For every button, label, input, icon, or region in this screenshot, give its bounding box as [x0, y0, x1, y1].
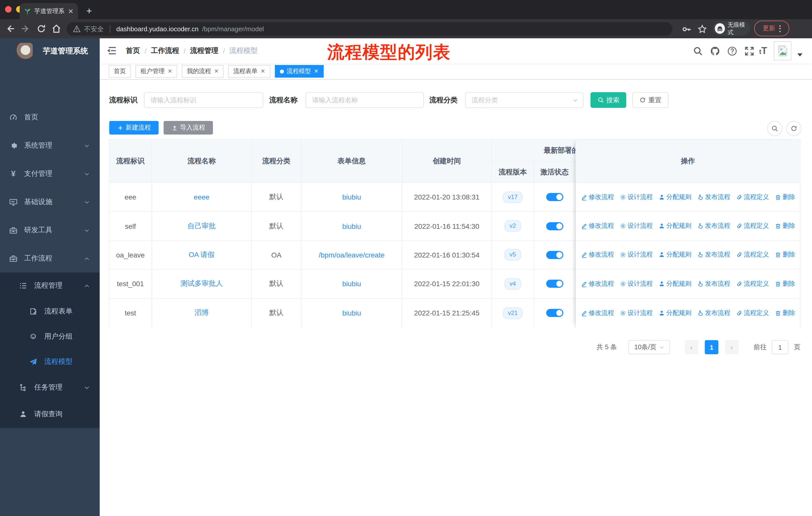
form-link[interactable]: biubiu [342, 280, 361, 288]
process-name-link[interactable]: 自己审批 [187, 221, 216, 230]
sidebar-item-home[interactable]: 首页 [0, 103, 100, 132]
new-tab-button[interactable]: + [83, 4, 96, 18]
process-name-link[interactable]: 测试多审批人 [180, 279, 223, 289]
publish-process-link[interactable]: 发布流程 [697, 251, 730, 259]
close-window-button[interactable] [5, 6, 11, 12]
edit-process-link[interactable]: 修改流程 [581, 193, 614, 201]
help-icon[interactable] [727, 46, 737, 56]
forward-icon[interactable] [21, 24, 31, 34]
active-toggle[interactable] [546, 251, 563, 259]
sidebar-item-process-management[interactable]: 流程管理 [0, 273, 100, 299]
sidebar-logo[interactable]: 芋道管理系统 [0, 38, 100, 63]
process-name-link[interactable]: OA 请假 [189, 250, 215, 260]
process-key-input[interactable] [144, 92, 263, 108]
tag-process-model[interactable]: 流程模型✕ [274, 65, 323, 78]
back-icon[interactable] [5, 24, 15, 34]
sidebar-item-system[interactable]: 系统管理 [0, 132, 100, 160]
tag-my-process[interactable]: 我的流程✕ [182, 65, 224, 78]
key-icon[interactable] [682, 24, 692, 34]
active-toggle[interactable] [546, 280, 563, 288]
publish-process-link[interactable]: 发布流程 [697, 280, 730, 288]
delete-process-link[interactable]: 删除 [775, 251, 795, 259]
delete-process-link[interactable]: 删除 [775, 193, 795, 201]
tag-home[interactable]: 首页 [109, 65, 131, 78]
form-link[interactable]: biubiu [342, 222, 361, 230]
create-process-button[interactable]: 新建流程 [109, 121, 158, 135]
assign-rule-link[interactable]: 分配规则 [658, 222, 691, 230]
breadcrumb-home[interactable]: 首页 [126, 46, 140, 55]
design-process-link[interactable]: 设计流程 [619, 280, 653, 288]
active-toggle[interactable] [546, 309, 563, 317]
fullscreen-icon[interactable] [745, 46, 754, 56]
design-process-link[interactable]: 设计流程 [619, 193, 653, 201]
breadcrumb-workflow[interactable]: 工作流程 [151, 46, 179, 55]
process-name-input[interactable] [306, 92, 424, 108]
assign-rule-link[interactable]: 分配规则 [658, 309, 691, 318]
avatar[interactable] [774, 41, 791, 60]
process-category-select[interactable]: 流程分类 [465, 92, 583, 108]
close-icon[interactable]: ✕ [214, 68, 219, 75]
tab-close-icon[interactable]: ✕ [68, 8, 74, 15]
close-icon[interactable]: ✕ [168, 68, 172, 75]
sidebar-item-task-management[interactable]: 任务管理 [0, 374, 100, 401]
browser-update-button[interactable]: 更新 [754, 21, 789, 36]
publish-process-link[interactable]: 发布流程 [697, 309, 730, 318]
edit-process-link[interactable]: 修改流程 [581, 251, 614, 259]
sidebar-item-process-form[interactable]: 流程表单 [0, 299, 100, 324]
assign-rule-link[interactable]: 分配规则 [658, 193, 691, 201]
edit-process-link[interactable]: 修改流程 [581, 280, 614, 288]
edit-process-link[interactable]: 修改流程 [581, 222, 614, 230]
process-definition-link[interactable]: 流程定义 [736, 309, 769, 318]
process-name-link[interactable]: eeee [194, 193, 209, 201]
sidebar-item-user-group[interactable]: 用户分组 [0, 324, 100, 349]
sidebar-item-process-model[interactable]: 流程模型 [0, 349, 100, 374]
active-toggle[interactable] [546, 222, 563, 230]
publish-process-link[interactable]: 发布流程 [697, 193, 730, 201]
delete-process-link[interactable]: 删除 [775, 309, 795, 318]
search-button[interactable]: 搜索 [590, 92, 626, 108]
sidebar-item-leave-query[interactable]: 请假查询 [0, 401, 100, 428]
goto-page-input[interactable] [772, 340, 788, 354]
reload-icon[interactable] [36, 24, 46, 34]
sidebar-item-devtools[interactable]: 研发工具 [0, 216, 100, 244]
delete-process-link[interactable]: 删除 [775, 222, 795, 230]
sidebar-item-infra[interactable]: 基础设施 [0, 188, 100, 216]
browser-tab[interactable]: 芋道管理系统 ✕ [20, 3, 78, 19]
next-page-button[interactable]: › [725, 340, 738, 354]
form-link[interactable]: biubiu [342, 309, 361, 317]
page-size-select[interactable]: 10条/页 [628, 340, 670, 354]
close-icon[interactable]: ✕ [261, 68, 265, 75]
breadcrumb-process-management[interactable]: 流程管理 [190, 46, 219, 55]
tag-tenant[interactable]: 租户管理✕ [136, 65, 177, 78]
process-definition-link[interactable]: 流程定义 [736, 280, 769, 288]
design-process-link[interactable]: 设计流程 [619, 251, 653, 259]
collapse-sidebar-icon[interactable] [107, 46, 116, 55]
delete-process-link[interactable]: 删除 [775, 280, 795, 288]
process-definition-link[interactable]: 流程定义 [736, 251, 769, 259]
url-bar[interactable]: 不安全 dashboard.yudao.iocoder.cn/bpm/manag… [66, 22, 672, 36]
browser-menu-icon[interactable] [779, 25, 781, 32]
assign-rule-link[interactable]: 分配规则 [658, 251, 691, 259]
font-size-icon[interactable]: tT [759, 45, 767, 56]
sidebar-item-workflow[interactable]: 工作流程 [0, 244, 100, 273]
prev-page-button[interactable]: ‹ [685, 340, 698, 354]
current-page[interactable]: 1 [705, 340, 718, 354]
process-definition-link[interactable]: 流程定义 [736, 222, 769, 230]
bookmark-star-icon[interactable] [697, 24, 707, 34]
process-definition-link[interactable]: 流程定义 [736, 193, 769, 201]
github-icon[interactable] [710, 46, 720, 56]
form-link[interactable]: /bpm/oa/leave/create [319, 251, 385, 259]
process-name-link[interactable]: 滔博 [195, 309, 209, 318]
tag-process-form[interactable]: 流程表单✕ [228, 65, 270, 78]
active-toggle[interactable] [546, 193, 563, 201]
avatar-caret-icon[interactable] [798, 53, 803, 56]
design-process-link[interactable]: 设计流程 [619, 309, 653, 318]
reset-button[interactable]: 重置 [632, 92, 669, 108]
publish-process-link[interactable]: 发布流程 [697, 222, 730, 230]
close-icon[interactable]: ✕ [314, 68, 318, 75]
sidebar-item-payment[interactable]: ¥ 支付管理 [0, 160, 100, 188]
show-search-button[interactable] [767, 121, 782, 136]
refresh-table-button[interactable] [786, 121, 802, 136]
home-icon[interactable] [51, 24, 61, 34]
form-link[interactable]: biubiu [342, 193, 361, 201]
